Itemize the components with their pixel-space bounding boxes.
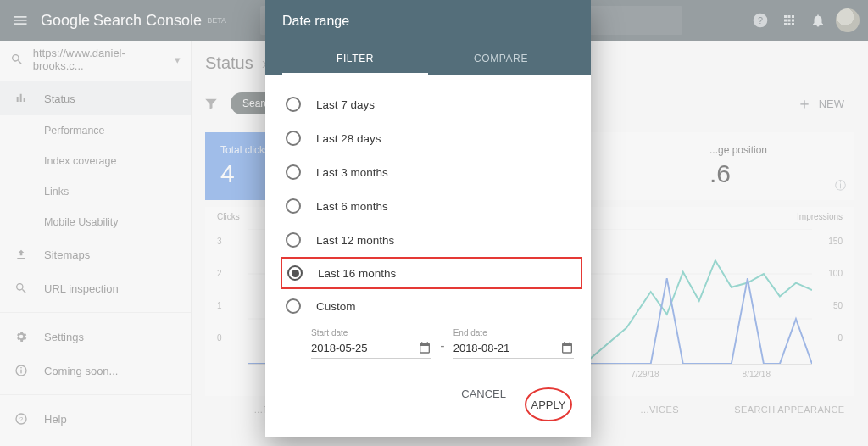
date-range-dialog: Date range FILTER COMPARE Last 7 days La… xyxy=(265,0,591,437)
cancel-button[interactable]: CANCEL xyxy=(461,387,506,421)
field-label: End date xyxy=(453,328,574,337)
option-last-3-months[interactable]: Last 3 months xyxy=(274,155,582,189)
option-last-16-months[interactable]: Last 16 months xyxy=(281,257,582,289)
option-last-12-months[interactable]: Last 12 months xyxy=(274,223,582,257)
calendar-icon[interactable] xyxy=(560,341,574,354)
radio-icon xyxy=(286,131,301,146)
tab-compare[interactable]: COMPARE xyxy=(428,44,574,75)
end-date-field[interactable]: End date 2018-08-21 xyxy=(453,328,574,359)
option-custom[interactable]: Custom xyxy=(274,289,582,323)
dialog-title: Date range xyxy=(282,14,574,29)
option-label: Last 6 months xyxy=(316,200,388,213)
radio-icon xyxy=(286,97,301,112)
dialog-body: Last 7 days Last 28 days Last 3 months L… xyxy=(265,75,591,374)
field-label: Start date xyxy=(311,328,431,337)
apply-button[interactable]: APPLY xyxy=(525,387,572,421)
tab-filter[interactable]: FILTER xyxy=(282,44,428,75)
radio-icon xyxy=(286,232,301,248)
radio-icon xyxy=(286,198,301,214)
dialog-actions: CANCEL APPLY xyxy=(265,374,591,437)
custom-date-row: Start date 2018-05-25 - End date 2018-08… xyxy=(274,323,582,367)
radio-icon xyxy=(287,265,303,281)
option-label: Custom xyxy=(316,300,356,313)
date-separator: - xyxy=(440,338,444,359)
radio-icon xyxy=(286,164,301,180)
calendar-icon[interactable] xyxy=(418,341,431,354)
apply-label: APPLY xyxy=(531,399,566,411)
dialog-header: Date range FILTER COMPARE xyxy=(265,0,591,75)
option-label: Last 3 months xyxy=(316,166,388,179)
option-last-7-days[interactable]: Last 7 days xyxy=(274,87,582,121)
option-label: Last 12 months xyxy=(316,234,394,247)
start-date-field[interactable]: Start date 2018-05-25 xyxy=(311,328,431,359)
field-value: 2018-05-25 xyxy=(311,342,368,354)
option-label: Last 16 months xyxy=(318,267,396,280)
field-value: 2018-08-21 xyxy=(453,342,510,354)
option-label: Last 7 days xyxy=(316,98,375,111)
radio-icon xyxy=(286,298,301,314)
option-last-6-months[interactable]: Last 6 months xyxy=(274,189,582,223)
option-label: Last 28 days xyxy=(316,132,381,145)
option-last-28-days[interactable]: Last 28 days xyxy=(274,121,582,155)
dialog-tabs: FILTER COMPARE xyxy=(282,44,574,75)
